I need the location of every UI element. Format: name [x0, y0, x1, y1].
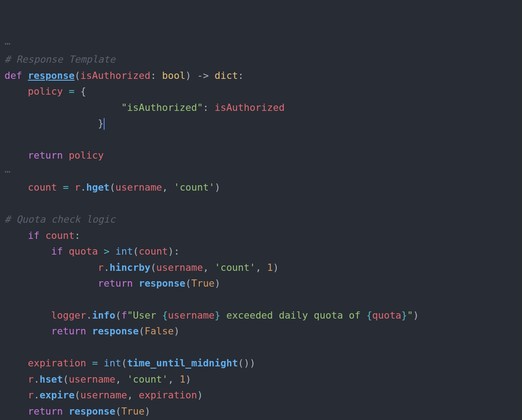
operator: = [69, 86, 74, 97]
comment: # Response Template [5, 54, 115, 65]
variable: policy [69, 150, 104, 161]
keyword-if: if [28, 230, 40, 241]
builtin-function: int [115, 246, 133, 257]
boolean: True [191, 278, 215, 289]
type-annotation: bool [162, 70, 186, 81]
string: 'count' [174, 182, 215, 193]
fold-indicator[interactable]: ⋯ [5, 38, 10, 49]
method-call: info [92, 310, 115, 321]
function-call: response [139, 278, 186, 289]
variable: isAuthorized [215, 102, 284, 113]
type-annotation: dict [215, 70, 238, 81]
variable: count [28, 182, 57, 193]
keyword-def: def [5, 70, 22, 81]
fold-indicator[interactable]: ⋯ [5, 166, 10, 177]
parameter: isAuthorized [80, 70, 150, 81]
method-call: hincrby [110, 262, 151, 273]
operator: > [104, 246, 110, 257]
variable: policy [28, 86, 63, 97]
function-call: time_until_midnight [127, 357, 238, 369]
string-key: "isAuthorized" [121, 102, 203, 113]
method-call: hget [86, 182, 110, 193]
function-name: response [28, 70, 75, 81]
code-editor[interactable]: ⋯ # Response Template def response(isAut… [5, 36, 517, 419]
text-cursor [104, 118, 105, 130]
comment: # Quota check logic [5, 214, 115, 225]
keyword-return: return [28, 150, 63, 161]
number: 1 [267, 262, 273, 273]
